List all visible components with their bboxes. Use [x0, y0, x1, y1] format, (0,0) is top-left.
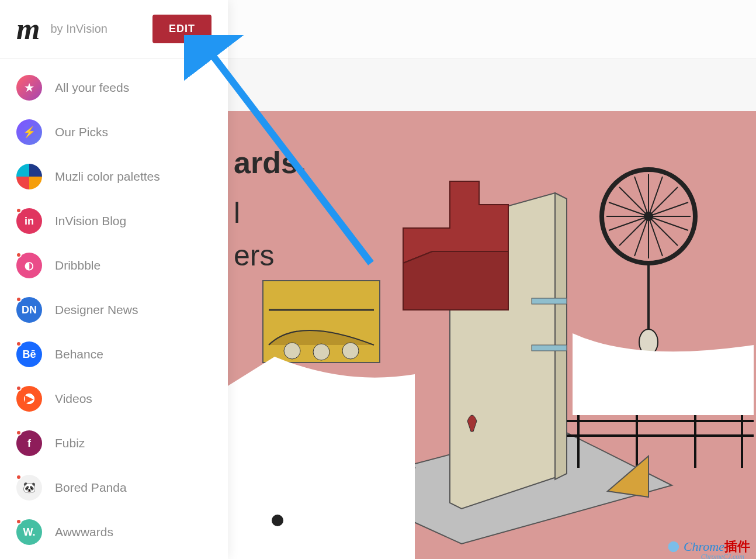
- feed-item-fubiz[interactable]: fFubiz: [0, 421, 228, 465]
- edit-button[interactable]: EDIT: [152, 15, 211, 43]
- awwwards-icon: W.: [16, 519, 42, 545]
- feed-item-dribbble[interactable]: ◐Dribbble: [0, 243, 228, 288]
- palette-icon: [16, 164, 42, 189]
- feed-item-label: InVision Blog: [55, 214, 126, 228]
- svg-point-37: [272, 515, 283, 526]
- watermark-brand-cn: 插件: [724, 539, 750, 554]
- unread-dot: [16, 430, 22, 436]
- dribbble-icon: ◐: [16, 253, 42, 278]
- watermark: Chrome插件 ChromeCJ.com: [664, 538, 750, 555]
- svg-point-10: [342, 343, 359, 359]
- svg-rect-4: [532, 345, 567, 351]
- feeds-list: ★All your feeds⚡Our PicksMuzli color pal…: [0, 58, 228, 559]
- feed-item-label: Awwwards: [55, 525, 113, 539]
- bolt-icon: ⚡: [16, 119, 42, 145]
- feed-item-label: All your feeds: [55, 81, 129, 95]
- unread-dot: [16, 208, 22, 213]
- feed-item-label: Muzli color palettes: [55, 170, 160, 184]
- feed-item-label: Bored Panda: [55, 481, 127, 495]
- feed-item-our-picks[interactable]: ⚡Our Picks: [0, 110, 228, 154]
- feed-item-label: Fubiz: [55, 436, 85, 450]
- fubiz-icon: f: [16, 430, 42, 456]
- bored-panda-icon: 🐼: [16, 475, 42, 501]
- feed-item-awwwards[interactable]: W.Awwwards: [0, 510, 228, 554]
- feed-item-behance[interactable]: BēBehance: [0, 332, 228, 377]
- feed-item-invision-blog[interactable]: inInVision Blog: [0, 199, 228, 243]
- svg-rect-3: [532, 298, 567, 304]
- unread-dot: [16, 519, 22, 525]
- svg-marker-2: [555, 193, 567, 479]
- feed-item-label: Designer News: [55, 303, 138, 317]
- feed-item-designer-news[interactable]: DNDesigner News: [0, 288, 228, 332]
- feed-item-label: Videos: [55, 392, 92, 406]
- feed-item-videos[interactable]: ▶Videos: [0, 377, 228, 421]
- sidebar-header: m by InVision EDIT: [0, 0, 228, 58]
- feed-item-label: Behance: [55, 347, 103, 361]
- feed-item-label: Dribbble: [55, 258, 100, 272]
- unread-dot: [16, 385, 22, 391]
- hero-panel: ards. l ers: [228, 111, 756, 559]
- unread-dot: [16, 474, 22, 480]
- sidebar: m by InVision EDIT ★All your feeds⚡Our P…: [0, 0, 228, 559]
- invision-icon: in: [16, 208, 42, 234]
- svg-point-9: [313, 344, 330, 360]
- unread-dot: [16, 252, 22, 258]
- watermark-brand: Chrome: [684, 539, 724, 554]
- hero-illustration: [228, 111, 756, 559]
- svg-marker-6: [403, 251, 508, 310]
- feed-item-muzli-color-palettes[interactable]: Muzli color palettes: [0, 154, 228, 199]
- star-icon: ★: [16, 75, 42, 101]
- feed-item-bored-panda[interactable]: 🐼Bored Panda: [0, 465, 228, 510]
- watermark-sub: ChromeCJ.com: [700, 553, 744, 559]
- unread-dot: [16, 296, 22, 302]
- svg-point-8: [284, 343, 300, 359]
- feed-item-label: Our Picks: [55, 125, 108, 139]
- byline-text: by InVision: [50, 22, 107, 36]
- behance-icon: Bē: [16, 341, 42, 367]
- feed-item-all-your-feeds[interactable]: ★All your feeds: [0, 65, 228, 110]
- muzli-logo: m: [16, 14, 40, 44]
- videos-icon: ▶: [16, 386, 42, 412]
- unread-dot: [16, 341, 22, 347]
- snail-icon: [664, 540, 680, 553]
- designer-news-icon: DN: [16, 297, 42, 323]
